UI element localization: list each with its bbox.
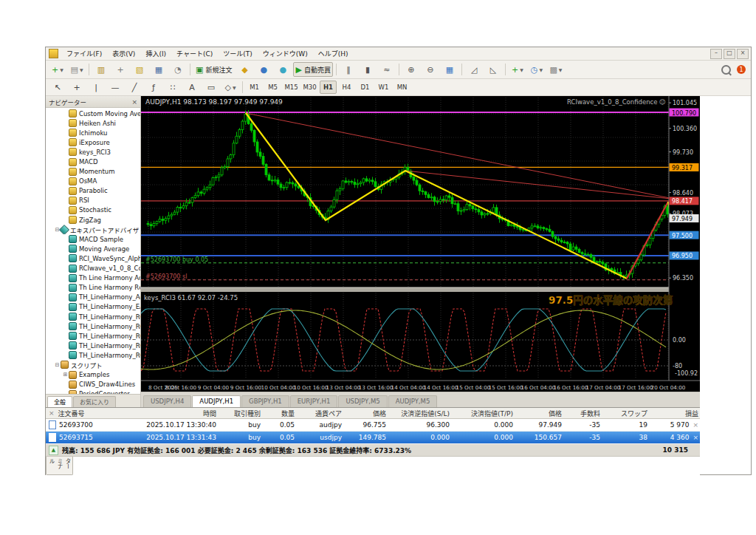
column-header-3[interactable]: 数量 [264,409,298,418]
order-row-52693715[interactable]: 526937152025.10.17 13:31:43buy0.05usdjpy… [46,432,700,444]
tree-expand-icon[interactable]: ⊟ [54,362,61,368]
column-header-11[interactable]: 損益 [650,409,701,418]
navigator-item-26[interactable]: ⊟スクリプト [46,360,140,369]
close-position-icon[interactable]: × [693,421,698,429]
column-header-2[interactable]: 取引種別 [219,409,264,418]
menu-item-5[interactable]: ウィンドウ(W) [258,48,313,59]
chart-bars-button[interactable]: ‖ [340,62,357,77]
timeframe-m1[interactable]: M1 [246,81,263,94]
chart-candles-button[interactable]: ▮ [359,62,377,77]
navigator-item-16[interactable]: RCIwave_v1_0_8_Confide [46,264,140,273]
navigator-item-4[interactable]: keys_RCI3 [46,147,140,157]
community-button[interactable]: ● [255,62,272,77]
chart-tab-gbpjpy-h1[interactable]: GBPJPY,H1 [241,395,289,407]
menu-item-0[interactable]: ファイル(F) [61,48,107,59]
timeframe-w1[interactable]: W1 [375,81,392,94]
navigator-tab-0[interactable]: 全般 [47,396,72,407]
label-tool[interactable]: ▭ [202,80,220,95]
website-button[interactable]: ● [274,62,292,77]
order-row-52693700[interactable]: 526937002025.10.17 13:30:40buy0.05audjpy… [46,419,700,432]
hline-tool[interactable]: — [106,80,124,95]
navigator-item-12[interactable]: ⊟エキスパートアドバイザ [46,225,140,234]
chart-tab-usdjpy-h4[interactable]: USDJPY,H4 [143,395,191,407]
notification-badge[interactable]: 1 [737,65,746,74]
tester-button[interactable]: ◔ [169,62,187,77]
new-order-button[interactable]: ▣新規注文 [193,62,234,77]
navigator-item-5[interactable]: MACD [46,157,140,166]
menu-item-3[interactable]: チャート(C) [171,48,218,59]
navigator-item-2[interactable]: Ichimoku [46,128,140,137]
chart-tab-usdjpy-m5[interactable]: USDJPY,M5 [338,395,387,407]
column-header-9[interactable]: 手数料 [565,409,603,418]
text-tool[interactable]: A [183,80,201,95]
close-icon[interactable]: × [737,49,749,59]
indicators-button[interactable]: ◿ [465,62,483,77]
timeframe-m30[interactable]: M30 [301,81,318,94]
menu-item-4[interactable]: ツール(T) [218,48,258,59]
trendline-tool[interactable]: ╱ [126,80,143,95]
navigator-item-14[interactable]: Moving Average [46,244,140,253]
timeframe-h1[interactable]: H1 [320,81,337,94]
tree-expand-icon[interactable]: ⊞ [62,372,69,378]
search-icon[interactable] [721,65,731,75]
restore-icon[interactable]: □ [724,49,735,59]
templates-button[interactable]: ▩▼ [547,62,565,77]
minimize-icon[interactable]: – [710,49,722,59]
chart-line-button[interactable]: ≈ [378,62,396,77]
navigator-button[interactable]: ▧ [131,62,148,77]
menu-item-6[interactable]: ヘルプ(H) [313,48,354,59]
terminal-close-icon[interactable]: × [49,409,55,417]
navigator-item-24[interactable]: TH_LineHarmony_RCIwav [46,341,140,350]
navigator-tab-1[interactable]: お気に入り [73,396,116,407]
grid-tool[interactable]: ∷ [164,80,182,95]
shapes-tool[interactable]: ◇▼ [221,80,239,95]
navigator-item-3[interactable]: iExposure [46,137,140,147]
metaeditor-button[interactable]: ◆ [236,62,253,77]
navigator-close-icon[interactable]: × [131,98,137,106]
navigator-item-17[interactable]: Th Line Harmony Advanc [46,273,140,283]
menu-item-1[interactable]: 表示(V) [107,48,140,59]
crosshair-tool[interactable]: + [68,80,86,95]
close-position-icon[interactable]: × [693,434,698,441]
navigator-item-7[interactable]: OsMA [46,177,140,186]
navigator-item-21[interactable]: TH_LineHarmony_RCIwav [46,312,140,321]
timeframe-d1[interactable]: D1 [357,81,374,94]
cursor-tool[interactable]: ↖ [49,80,66,95]
navigator-item-8[interactable]: Parabolic [46,186,140,196]
timeframe-m5[interactable]: M5 [264,81,281,94]
zoom-out-button[interactable]: ⊖ [422,62,439,77]
column-header-10[interactable]: スワップ [603,409,650,418]
tile-windows-button[interactable]: ▦ [441,62,458,77]
column-header-4[interactable]: 通貨ペア [298,409,345,418]
navigator-item-23[interactable]: TH_LineHarmony_RCIwav [46,331,140,341]
navigator-item-20[interactable]: TH_LineHarmony_EA_Int [46,302,140,312]
zoom-in-button[interactable]: ⊕ [402,62,420,77]
terminal-tab[interactable]: ターミナル [46,457,73,475]
column-header-1[interactable]: 時間 [116,409,219,418]
navigator-item-11[interactable]: ZigZag [46,215,140,225]
timeframe-h4[interactable]: H4 [338,81,355,94]
column-header-0[interactable]: ×注文番号 [46,409,116,418]
navigator-item-15[interactable]: RCI_WaveSync_Alpha [46,253,140,263]
column-header-8[interactable]: 価格 [516,409,565,418]
column-header-7[interactable]: 決済指値(T/P) [453,409,516,418]
navigator-item-28[interactable]: CIWS_Draw4Lines [46,380,140,389]
new-chart-button[interactable]: +▼ [49,62,66,77]
chart-canvas[interactable]: #52693700 buy 0.05#52693700 slkeys_RCI3 … [141,96,700,392]
navigator-item-10[interactable]: Stochastic [46,205,140,215]
navigator-item-27[interactable]: ⊞Examples [46,370,140,380]
chart-tab-eurjpy-h1[interactable]: EURJPY,H1 [290,395,338,407]
menu-item-2[interactable]: 挿入(I) [140,48,171,59]
market-watch-button[interactable]: ▥ [92,62,110,77]
fibonacci-tool[interactable]: ƒ [145,80,162,95]
column-header-5[interactable]: 価格 [345,409,389,418]
vline-tool[interactable]: | [87,80,105,95]
column-header-6[interactable]: 決済逆指値(S/L) [389,409,453,418]
navigator-item-6[interactable]: Momentum [46,167,140,177]
chart-tab-audjpy-m5[interactable]: AUDJPY,M5 [388,395,438,407]
timeframe-m15[interactable]: M15 [283,81,300,94]
navigator-item-25[interactable]: TH_LineHarmony_RCIwav [46,350,140,360]
terminal-button[interactable]: ▦ [150,62,168,77]
add-indicator-button[interactable]: +▼ [509,62,526,77]
navigator-item-0[interactable]: Custom Moving Average [46,109,140,118]
